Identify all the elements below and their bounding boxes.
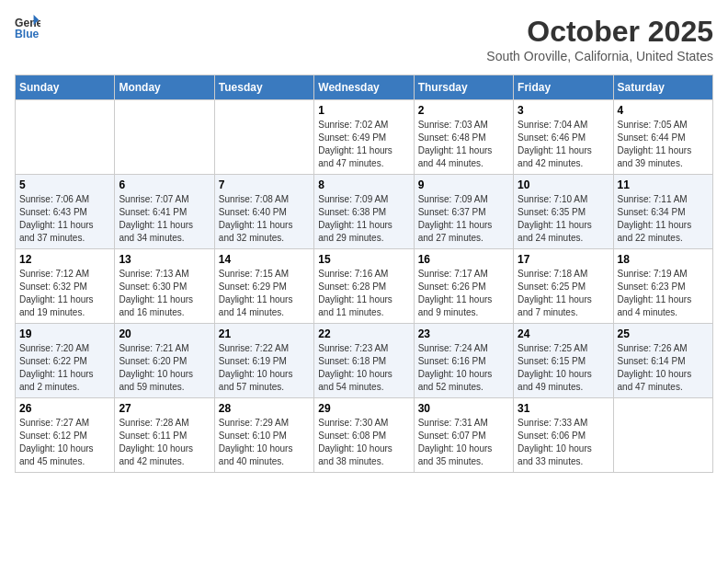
daylight-text: Daylight: 11 hours and 29 minutes. — [318, 220, 392, 243]
sunrise-text: Sunrise: 7:12 AM — [19, 269, 89, 279]
day-number: 20 — [119, 327, 210, 340]
calendar-cell: 16 Sunrise: 7:17 AM Sunset: 6:26 PM Dayl… — [414, 249, 513, 324]
calendar-cell: 4 Sunrise: 7:05 AM Sunset: 6:44 PM Dayli… — [613, 100, 712, 175]
daylight-text: Daylight: 11 hours and 32 minutes. — [219, 220, 293, 243]
sunrise-text: Sunrise: 7:25 AM — [518, 343, 587, 353]
daylight-text: Daylight: 11 hours and 7 minutes. — [518, 294, 592, 317]
day-info: Sunrise: 7:05 AM Sunset: 6:44 PM Dayligh… — [618, 119, 709, 170]
day-info: Sunrise: 7:03 AM Sunset: 6:48 PM Dayligh… — [418, 119, 509, 170]
calendar-cell: 24 Sunrise: 7:25 AM Sunset: 6:15 PM Dayl… — [514, 324, 613, 398]
day-info: Sunrise: 7:27 AM Sunset: 6:12 PM Dayligh… — [19, 417, 110, 468]
sunrise-text: Sunrise: 7:21 AM — [119, 343, 188, 353]
sunset-text: Sunset: 6:23 PM — [618, 282, 686, 292]
sunrise-text: Sunrise: 7:17 AM — [418, 269, 488, 279]
calendar-cell: 26 Sunrise: 7:27 AM Sunset: 6:12 PM Dayl… — [16, 398, 115, 473]
day-number: 28 — [219, 402, 310, 415]
day-info: Sunrise: 7:30 AM Sunset: 6:08 PM Dayligh… — [318, 417, 409, 468]
calendar-cell — [613, 398, 712, 473]
calendar-cell: 18 Sunrise: 7:19 AM Sunset: 6:23 PM Dayl… — [613, 249, 712, 324]
calendar-cell: 17 Sunrise: 7:18 AM Sunset: 6:25 PM Dayl… — [514, 249, 613, 324]
sunset-text: Sunset: 6:43 PM — [19, 207, 87, 217]
sunrise-text: Sunrise: 7:08 AM — [219, 194, 289, 204]
day-info: Sunrise: 7:08 AM Sunset: 6:40 PM Dayligh… — [219, 193, 310, 245]
calendar-cell — [115, 100, 214, 175]
sunset-text: Sunset: 6:44 PM — [618, 132, 686, 143]
day-info: Sunrise: 7:07 AM Sunset: 6:41 PM Dayligh… — [119, 193, 210, 245]
calendar-cell: 29 Sunrise: 7:30 AM Sunset: 6:08 PM Dayl… — [314, 398, 414, 473]
sunset-text: Sunset: 6:22 PM — [19, 356, 87, 366]
day-number: 10 — [518, 178, 609, 191]
daylight-text: Daylight: 11 hours and 9 minutes. — [418, 294, 493, 317]
sunrise-text: Sunrise: 7:11 AM — [618, 194, 688, 204]
sunset-text: Sunset: 6:19 PM — [219, 356, 287, 366]
sunset-text: Sunset: 6:10 PM — [219, 431, 287, 441]
calendar-cell: 2 Sunrise: 7:03 AM Sunset: 6:48 PM Dayli… — [414, 100, 513, 175]
calendar-cell: 8 Sunrise: 7:09 AM Sunset: 6:38 PM Dayli… — [314, 175, 414, 249]
day-info: Sunrise: 7:29 AM Sunset: 6:10 PM Dayligh… — [219, 417, 310, 468]
day-info: Sunrise: 7:18 AM Sunset: 6:25 PM Dayligh… — [518, 268, 609, 319]
day-number: 21 — [219, 327, 310, 340]
calendar-cell — [16, 100, 115, 175]
calendar-cell: 19 Sunrise: 7:20 AM Sunset: 6:22 PM Dayl… — [16, 324, 115, 398]
sunset-text: Sunset: 6:41 PM — [119, 207, 187, 217]
sunset-text: Sunset: 6:20 PM — [119, 356, 187, 366]
daylight-text: Daylight: 11 hours and 19 minutes. — [19, 294, 94, 317]
sunrise-text: Sunrise: 7:19 AM — [618, 269, 688, 279]
sunset-text: Sunset: 6:15 PM — [518, 356, 586, 366]
daylight-text: Daylight: 11 hours and 22 minutes. — [618, 220, 692, 243]
day-number: 8 — [318, 178, 409, 191]
day-number: 13 — [119, 253, 210, 266]
sunrise-text: Sunrise: 7:22 AM — [219, 343, 289, 353]
calendar-cell: 3 Sunrise: 7:04 AM Sunset: 6:46 PM Dayli… — [514, 100, 613, 175]
calendar-cell: 21 Sunrise: 7:22 AM Sunset: 6:19 PM Dayl… — [214, 324, 313, 398]
sunset-text: Sunset: 6:26 PM — [418, 282, 486, 292]
day-info: Sunrise: 7:04 AM Sunset: 6:46 PM Dayligh… — [518, 119, 609, 170]
weekday-header: Friday — [514, 75, 613, 100]
day-number: 30 — [418, 402, 509, 415]
day-info: Sunrise: 7:21 AM Sunset: 6:20 PM Dayligh… — [119, 342, 210, 394]
title-section: October 2025 South Oroville, California,… — [486, 15, 713, 63]
daylight-text: Daylight: 11 hours and 47 minutes. — [318, 145, 392, 168]
calendar-cell — [214, 100, 313, 175]
sunset-text: Sunset: 6:06 PM — [518, 431, 586, 441]
daylight-text: Daylight: 10 hours and 42 minutes. — [119, 443, 193, 466]
daylight-text: Daylight: 11 hours and 11 minutes. — [318, 294, 392, 317]
sunrise-text: Sunrise: 7:27 AM — [19, 418, 89, 428]
day-number: 5 — [19, 178, 110, 191]
day-number: 12 — [19, 253, 110, 266]
day-number: 9 — [418, 178, 509, 191]
sunset-text: Sunset: 6:28 PM — [318, 282, 386, 292]
sunrise-text: Sunrise: 7:26 AM — [618, 343, 688, 353]
logo: General Blue — [15, 15, 40, 40]
day-info: Sunrise: 7:13 AM Sunset: 6:30 PM Dayligh… — [119, 268, 210, 319]
daylight-text: Daylight: 10 hours and 54 minutes. — [318, 369, 392, 392]
day-info: Sunrise: 7:15 AM Sunset: 6:29 PM Dayligh… — [219, 268, 310, 319]
daylight-text: Daylight: 10 hours and 35 minutes. — [418, 443, 493, 466]
sunrise-text: Sunrise: 7:07 AM — [119, 194, 188, 204]
sunrise-text: Sunrise: 7:05 AM — [618, 120, 688, 130]
sunset-text: Sunset: 6:34 PM — [618, 207, 686, 217]
sunrise-text: Sunrise: 7:33 AM — [518, 418, 587, 428]
logo-icon: General Blue — [15, 15, 40, 40]
day-number: 19 — [19, 327, 110, 340]
daylight-text: Daylight: 11 hours and 14 minutes. — [219, 294, 293, 317]
weekday-header: Monday — [115, 75, 214, 100]
calendar-cell: 23 Sunrise: 7:24 AM Sunset: 6:16 PM Dayl… — [414, 324, 513, 398]
daylight-text: Daylight: 11 hours and 37 minutes. — [19, 220, 94, 243]
sunrise-text: Sunrise: 7:18 AM — [518, 269, 587, 279]
sunrise-text: Sunrise: 7:10 AM — [518, 194, 587, 204]
daylight-text: Daylight: 10 hours and 47 minutes. — [618, 369, 692, 392]
sunset-text: Sunset: 6:46 PM — [518, 132, 586, 143]
weekday-header-row: SundayMondayTuesdayWednesdayThursdayFrid… — [16, 75, 713, 100]
sunset-text: Sunset: 6:25 PM — [518, 282, 586, 292]
calendar-cell: 31 Sunrise: 7:33 AM Sunset: 6:06 PM Dayl… — [514, 398, 613, 473]
day-number: 1 — [318, 104, 409, 117]
calendar-cell: 25 Sunrise: 7:26 AM Sunset: 6:14 PM Dayl… — [613, 324, 712, 398]
calendar-cell: 11 Sunrise: 7:11 AM Sunset: 6:34 PM Dayl… — [613, 175, 712, 249]
daylight-text: Daylight: 11 hours and 16 minutes. — [119, 294, 193, 317]
sunrise-text: Sunrise: 7:23 AM — [318, 343, 388, 353]
calendar-cell: 20 Sunrise: 7:21 AM Sunset: 6:20 PM Dayl… — [115, 324, 214, 398]
weekday-header: Thursday — [414, 75, 513, 100]
calendar-cell: 9 Sunrise: 7:09 AM Sunset: 6:37 PM Dayli… — [414, 175, 513, 249]
day-number: 7 — [219, 178, 310, 191]
